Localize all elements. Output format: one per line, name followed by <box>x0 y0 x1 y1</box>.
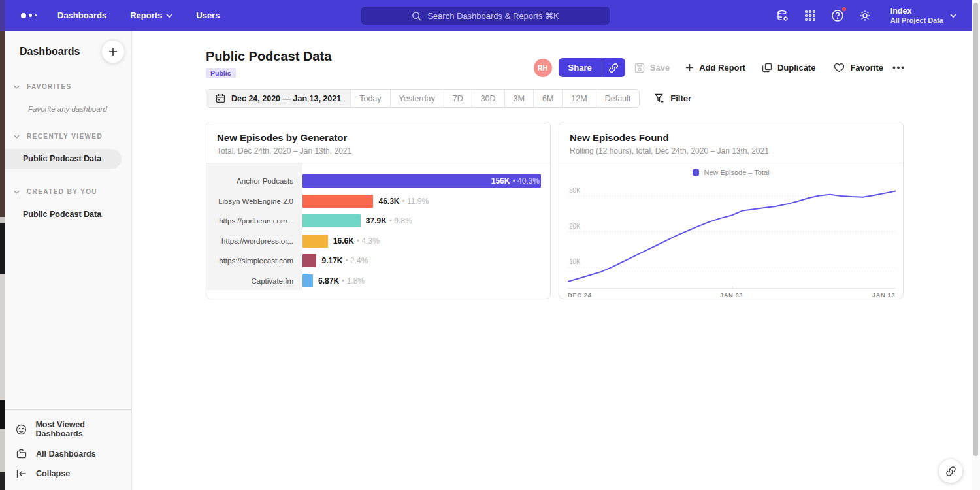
date-range-label: Dec 24, 2020 — Jan 13, 2021 <box>231 94 341 103</box>
filter-funnel-icon <box>655 93 665 104</box>
chevron-down-icon <box>166 14 172 18</box>
bar[interactable] <box>302 235 328 248</box>
avatar[interactable]: RH <box>534 59 552 77</box>
notification-badge <box>841 7 847 12</box>
save-button[interactable]: Save <box>634 63 670 73</box>
plot-area: 10K 20K 30K <box>568 184 895 289</box>
nav-right-cluster: Index All Project Data <box>776 7 972 25</box>
smiley-icon <box>16 424 27 435</box>
y-axis-tick-label: 20K <box>569 223 581 230</box>
nav-item-dashboards[interactable]: Dashboards <box>57 10 106 20</box>
quick-range-6m[interactable]: 6M <box>533 90 562 107</box>
x-axis-tick <box>732 286 732 289</box>
quick-range-yesterday[interactable]: Yesterday <box>390 90 444 107</box>
more-dots-icon <box>892 66 904 69</box>
legend-swatch <box>693 169 699 176</box>
search-input[interactable]: Search Dashboards & Reports ⌘K <box>361 7 610 25</box>
sidebar-title: Dashboards <box>20 46 80 57</box>
chevron-down-icon <box>14 85 20 89</box>
floating-share-link-button[interactable] <box>939 459 962 483</box>
nav-item-users[interactable]: Users <box>196 10 220 20</box>
collapse-arrow-icon <box>16 469 27 478</box>
scrollbar-track[interactable] <box>972 0 980 490</box>
chart-subtitle: Total, Dec 24th, 2020 – Jan 13th, 2021 <box>217 146 540 155</box>
quick-range-30d[interactable]: 30D <box>472 90 504 107</box>
bar[interactable] <box>302 214 361 227</box>
bar[interactable] <box>302 195 373 208</box>
heart-icon <box>834 63 845 73</box>
report-card-new-episodes-by-generator[interactable]: New Episodes by Generator Total, Dec 24t… <box>206 122 551 299</box>
chevron-down-icon <box>14 190 20 194</box>
add-report-button[interactable]: Add Report <box>685 63 745 73</box>
quick-range-3m[interactable]: 3M <box>504 90 533 107</box>
bar-row: https://podbean.com... 37.9K9.8% <box>206 211 550 231</box>
add-dashboard-button[interactable] <box>101 40 125 63</box>
share-button[interactable]: Share <box>559 58 602 77</box>
quick-range-12m[interactable]: 12M <box>562 90 595 107</box>
chevron-down-icon <box>14 135 20 139</box>
link-icon <box>945 466 956 477</box>
bar-row: https://wordpress.or... 16.6K4.3% <box>206 231 550 252</box>
collapse-sidebar-button[interactable]: Collapse <box>5 464 131 483</box>
sidebar-item-public-podcast-data[interactable]: Public Podcast Data <box>5 149 122 169</box>
project-scope: All Project Data <box>890 16 943 25</box>
data-sources-icon[interactable] <box>776 8 790 23</box>
search-icon <box>412 11 421 21</box>
app-logo-icon[interactable] <box>21 13 37 18</box>
scrollbar-thumb[interactable] <box>973 3 978 456</box>
most-viewed-dashboards-button[interactable]: Most Viewed Dashboards <box>5 415 131 444</box>
y-axis-tick-label: 10K <box>569 258 581 265</box>
sidebar-section-favorites[interactable]: FAVORITES <box>5 83 131 90</box>
copy-icon <box>762 63 772 73</box>
calendar-icon <box>216 93 225 103</box>
share-link-button[interactable] <box>602 58 625 77</box>
x-axis-labels: DEC 24 JAN 03 JAN 13 <box>568 291 895 299</box>
quick-range-default[interactable]: Default <box>596 90 640 107</box>
duplicate-button[interactable]: Duplicate <box>762 63 816 73</box>
chart-title: New Episodes Found <box>570 132 892 143</box>
top-nav: Dashboards Reports Users Search Dashboar… <box>5 0 972 31</box>
sidebar-item-public-podcast-data-created[interactable]: Public Podcast Data <box>5 204 131 224</box>
apps-grid-icon[interactable] <box>803 8 817 23</box>
main-content: Public Podcast Data Public RH Share Save <box>132 31 972 490</box>
settings-gear-icon[interactable] <box>858 8 872 23</box>
bar[interactable] <box>302 254 316 267</box>
quick-range-7d[interactable]: 7D <box>444 90 472 107</box>
sidebar-section-created-by-you[interactable]: CREATED BY YOU <box>5 188 131 195</box>
save-icon <box>634 63 645 73</box>
bar-chart: Anchor Podcasts 156K40.3% Libsyn WebEngi… <box>206 163 550 299</box>
desktop-edge-artifact <box>0 0 5 490</box>
project-selector[interactable]: Index All Project Data <box>890 7 956 25</box>
report-card-new-episodes-found[interactable]: New Episodes Found Rolling (12 hours), t… <box>559 122 904 299</box>
all-dashboards-button[interactable]: All Dashboards <box>5 444 131 464</box>
bar-row: Captivate.fm 6.87K1.8% <box>206 271 550 291</box>
project-name: Index <box>890 7 943 16</box>
sidebar: Dashboards FAVORITES Favorite any dashbo… <box>5 31 132 490</box>
legend-label: New Episode – Total <box>704 169 769 176</box>
x-axis-tick-label: DEC 24 <box>568 291 591 299</box>
page-title: Public Podcast Data <box>206 49 331 64</box>
bar-row: Libsyn WebEngine 2.0 46.3K11.9% <box>206 191 550 212</box>
date-range-picker[interactable]: Dec 24, 2020 — Jan 13, 2021 <box>206 90 350 107</box>
chart-legend: New Episode – Total <box>559 163 903 182</box>
quick-range-today[interactable]: Today <box>350 90 389 107</box>
chart-subtitle: Rolling (12 hours), total, Dec 24th, 202… <box>570 146 892 155</box>
x-axis-tick-label: JAN 03 <box>720 291 743 299</box>
filter-button[interactable]: Filter <box>655 93 691 104</box>
chevron-down-icon <box>950 14 956 18</box>
search-placeholder: Search Dashboards & Reports ⌘K <box>427 11 559 21</box>
dashboard-actions: RH Share Save Add Report <box>534 58 904 77</box>
favorite-button[interactable]: Favorite <box>834 63 883 73</box>
date-controls: Dec 24, 2020 — Jan 13, 2021 Today Yester… <box>206 89 691 108</box>
data-line <box>568 191 896 282</box>
sidebar-footer: Most Viewed Dashboards All Dashboards Co… <box>5 409 131 490</box>
link-icon <box>608 63 619 73</box>
bar[interactable] <box>302 274 313 287</box>
more-options-button[interactable] <box>892 66 904 69</box>
x-axis-tick-label: JAN 13 <box>872 291 895 299</box>
sidebar-section-recently-viewed[interactable]: RECENTLY VIEWED <box>5 133 131 140</box>
nav-item-reports[interactable]: Reports <box>130 10 172 20</box>
folder-icon <box>16 449 27 459</box>
bar-row: https://simplecast.com 9.17K2.4% <box>206 251 550 271</box>
help-icon[interactable] <box>830 8 845 23</box>
